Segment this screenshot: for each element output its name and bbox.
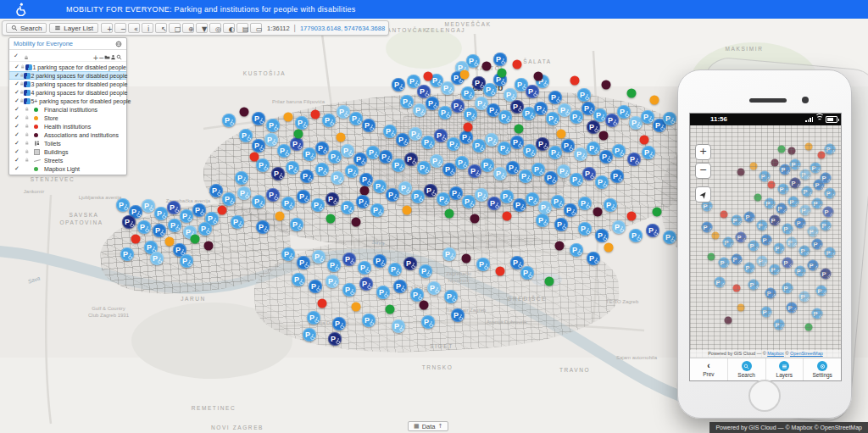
parking-marker[interactable]: P [578,197,592,210]
parking-marker[interactable]: P [468,164,481,178]
parking-marker[interactable]: P [142,199,155,213]
poi-marker[interactable] [557,130,566,139]
parking-marker[interactable]: P [557,164,570,178]
poi-marker[interactable] [768,181,776,189]
parking-marker[interactable]: P [198,222,212,236]
parking-marker[interactable]: P [345,164,359,178]
layer-lock-icon[interactable] [25,124,34,129]
layer-row-11[interactable]: ✓Streets [9,156,126,164]
parking-marker[interactable]: P [392,158,405,172]
parking-marker[interactable]: P [409,127,422,141]
parking-marker[interactable]: P [307,311,320,325]
poi-marker[interactable] [788,147,796,155]
parking-marker[interactable]: P [587,142,600,155]
poi-marker[interactable] [482,62,492,71]
parking-marker[interactable]: P [252,139,265,153]
layer-visibility-check[interactable]: ✓ [14,148,25,155]
parking-marker[interactable]: P [303,328,316,341]
parking-marker[interactable]: P [290,137,303,151]
parking-marker[interactable]: P [154,207,168,220]
parking-marker[interactable]: P [765,288,776,299]
map-canvas[interactable]: MEDVEŠČAKPANTOVČAKZELENGAJKUSTOŠIJAKAPTO… [0,19,868,433]
parking-marker[interactable]: P [825,188,836,199]
layer-row-7[interactable]: ✓Health institutions [9,122,126,130]
parking-marker[interactable]: P [498,142,511,155]
parking-marker[interactable]: P [570,243,583,257]
parking-marker[interactable]: P [295,116,309,130]
parking-marker[interactable]: P [379,150,392,164]
parking-marker[interactable]: P [627,153,641,166]
layer-visibility-check[interactable]: ✓ [14,157,25,164]
parking-marker[interactable]: P [392,319,405,333]
parking-marker[interactable]: P [719,258,730,269]
layer-lock-icon[interactable] [25,115,34,120]
parking-marker[interactable]: P [744,263,755,274]
parking-marker[interactable]: P [761,307,772,318]
parking-marker[interactable]: P [476,258,490,271]
parking-marker[interactable]: P [782,258,793,269]
parking-marker[interactable]: P [297,190,310,203]
parking-marker[interactable]: P [180,254,193,268]
layer-lock-icon[interactable] [25,141,34,146]
parking-marker[interactable]: P [548,146,562,159]
parking-marker[interactable]: P [286,161,299,175]
parking-marker[interactable]: P [808,260,819,271]
poi-marker[interactable] [311,110,320,119]
parking-marker[interactable]: P [646,224,659,237]
poi-marker[interactable] [294,130,303,139]
poi-marker[interactable] [420,301,429,310]
parking-marker[interactable]: P [122,215,136,229]
openstreetmap-link[interactable]: OpenStreetMap [790,351,823,356]
remove-layer-icon[interactable]: − [98,54,104,62]
parking-marker[interactable]: P [393,280,407,293]
add-point-button[interactable]: ▼ [196,23,208,33]
layer-lock-icon[interactable] [25,107,34,112]
parking-marker[interactable]: P [438,106,452,119]
full-extent-globe-button[interactable]: ◐ [223,23,235,33]
parking-marker[interactable]: P [153,224,166,237]
parking-marker[interactable]: P [373,180,387,193]
zoom-in-button[interactable]: + [101,23,113,33]
parking-marker[interactable]: P [744,212,755,223]
poi-marker[interactable] [250,153,259,162]
parking-marker[interactable]: P [312,250,326,264]
poi-marker[interactable] [534,72,543,81]
parking-marker[interactable]: P [455,156,469,169]
poi-marker[interactable] [778,146,786,153]
parking-marker[interactable]: P [561,139,575,153]
parking-marker[interactable]: P [799,246,810,257]
poi-marker[interactable] [218,206,227,215]
poi-marker[interactable] [818,152,826,159]
parking-marker[interactable]: P [774,243,785,254]
poi-marker[interactable] [498,69,507,78]
parking-marker[interactable]: P [577,88,591,102]
parking-marker[interactable]: P [277,144,291,158]
layer-row-2[interactable]: ✓3 parking spaces for disabled people [9,80,126,88]
parking-marker[interactable]: P [500,190,514,203]
layer-list-button[interactable]: Layer List [49,23,98,33]
parking-marker[interactable]: P [424,184,437,197]
parking-marker[interactable]: P [362,119,376,132]
layer-visibility-check[interactable]: ✓ [14,131,25,138]
parking-marker[interactable]: P [396,133,409,147]
parking-marker[interactable]: P [546,112,559,125]
parking-marker[interactable]: P [327,258,341,272]
poi-marker[interactable] [733,285,741,292]
parking-marker[interactable]: P [116,198,130,212]
parking-marker[interactable]: P [548,91,562,104]
poi-marker[interactable] [460,70,470,80]
phone-nav-settings[interactable]: Settings [803,358,841,380]
parking-marker[interactable]: P [256,158,270,172]
parking-marker[interactable]: P [617,105,631,119]
parking-marker[interactable]: P [235,171,248,185]
layer-visibility-check[interactable]: ✓ [14,123,25,130]
parking-marker[interactable]: P [315,163,329,176]
parking-marker[interactable]: P [604,198,617,212]
parking-marker[interactable]: P [736,232,747,243]
parking-marker[interactable]: P [748,241,760,252]
poi-marker[interactable] [771,159,779,167]
layer-row-6[interactable]: ✓Store [9,114,126,122]
parking-marker[interactable]: P [222,114,236,127]
parking-marker[interactable]: P [322,114,336,127]
parking-marker[interactable]: P [252,195,265,208]
